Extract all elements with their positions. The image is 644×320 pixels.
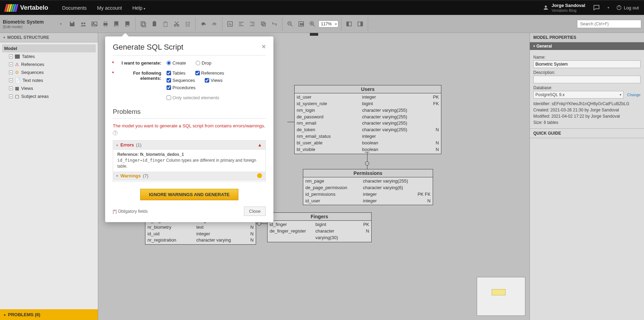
layer-icon[interactable] [259, 19, 268, 29]
svg-rect-45 [361, 22, 362, 26]
doc-mode: (Edit mode) [3, 25, 55, 29]
align-left-icon[interactable] [236, 19, 246, 29]
problems-bar[interactable]: ▸ PROBLEMS (8) [0, 309, 98, 320]
meta-size: Size: 6 tables [533, 119, 641, 126]
label-generate: I want to generate: [121, 60, 161, 66]
chk-sequences[interactable]: Sequences [167, 78, 195, 83]
left-panel: ▾ MODEL STRUCTURE Model +Tables +⚠Refere… [0, 33, 98, 320]
tree-references[interactable]: +⚠References [2, 60, 96, 68]
user-block[interactable]: Jorge Sandoval Vertabelo Blog [543, 3, 585, 12]
svg-rect-16 [153, 22, 156, 26]
copy-icon[interactable] [138, 19, 148, 29]
radio-create[interactable]: Create [167, 60, 186, 66]
meta-identifier: Identifier: sEFnkpYKheoJh1nQH6yGrCatFLuB… [533, 101, 641, 107]
svg-text:1:1: 1:1 [300, 23, 304, 26]
share-icon[interactable] [78, 19, 88, 29]
chk-procedures[interactable]: Procedures [167, 85, 195, 90]
input-desc[interactable] [533, 76, 641, 83]
user-name: Jorge Sandoval [552, 3, 585, 8]
input-name[interactable] [533, 60, 641, 68]
trash-icon[interactable] [161, 19, 170, 29]
brand-text: Vertabelo [20, 4, 48, 11]
edit-square-icon[interactable] [225, 19, 235, 29]
image-icon[interactable] [90, 19, 99, 29]
section-general[interactable]: ▾General [530, 42, 644, 50]
print-icon[interactable] [101, 19, 110, 29]
tree-tables[interactable]: +Tables [2, 52, 96, 60]
sql-icon[interactable]: SQL [112, 19, 121, 29]
warnings-header[interactable]: ▸ Warnings (7) [113, 171, 265, 180]
close-button[interactable]: Close [244, 207, 266, 216]
chk-views[interactable]: Views [205, 78, 222, 83]
logout[interactable]: Log out [616, 5, 639, 10]
right-panel: MODEL PROPERTIES ▾General Name: Descript… [529, 33, 644, 320]
er-table-fingers[interactable]: Fingers id_fingerbigintPKde_finger_regis… [267, 212, 372, 242]
tree-sequences[interactable]: +⚙Sequences [2, 68, 96, 76]
problems-heading: Problems [113, 108, 266, 119]
svg-point-4 [84, 22, 85, 24]
app-header: Vertabelo Documents My account Help ▾ Jo… [0, 0, 644, 15]
meta-created: Created: 2021-03-26 21:30 by Jorge Sando… [533, 107, 641, 113]
chk-tables[interactable]: Tables [167, 70, 186, 76]
redo-icon[interactable] [210, 19, 219, 29]
obligatory-note: [*] Obligatory fields [113, 209, 148, 214]
svg-rect-14 [141, 22, 144, 26]
search-box [577, 20, 641, 28]
tree-root[interactable]: Model [2, 44, 96, 52]
model-structure-header[interactable]: ▾ MODEL STRUCTURE [0, 33, 98, 42]
doc-title: Biometric System [3, 19, 55, 25]
doc-dropdown[interactable]: ▾ [60, 22, 62, 26]
rel-circle [365, 161, 369, 166]
undo-icon[interactable] [198, 19, 208, 29]
svg-text:XML: XML [126, 24, 130, 26]
label-elements: For following elements: [133, 70, 161, 81]
connector-icon[interactable] [270, 19, 279, 29]
logo[interactable]: Vertabelo [5, 4, 48, 12]
quick-guide-header[interactable]: QUICK GUIDE [530, 128, 644, 138]
errors-header[interactable]: ▸ Errors (1) ▲ [113, 141, 265, 150]
zoom-out-icon[interactable] [285, 19, 295, 29]
svg-point-0 [545, 6, 547, 8]
power-icon [616, 5, 622, 10]
panel-right-icon[interactable] [355, 19, 365, 29]
er-table-permissions[interactable]: Permissions nm_pagecharacter varying(255… [303, 169, 433, 205]
delete-icon[interactable] [183, 19, 193, 29]
generate-button[interactable]: IGNORE WARNINGS AND GENERATE [140, 189, 238, 200]
chk-selected[interactable]: Only selected elements [167, 95, 219, 100]
nav-account[interactable]: My account [97, 5, 122, 11]
svg-rect-31 [261, 22, 264, 25]
error-detail: Reference: fk_biometria_dedos_1 id_finge… [113, 150, 265, 171]
zoom-select[interactable]: 117% ▾ [319, 20, 338, 27]
select-db[interactable]: PostgreSQL 9.x▾ [533, 91, 624, 99]
rel-users-permissions [367, 152, 367, 169]
chk-references[interactable]: References [195, 70, 224, 76]
chat-icon[interactable] [592, 4, 601, 11]
minimap[interactable] [477, 277, 525, 316]
label-desc: Description: [533, 70, 641, 75]
paste-icon[interactable] [150, 19, 159, 29]
er-table-users[interactable]: Users id_userintegerPKid_system_rolebigi… [294, 85, 441, 154]
zoom-fit-icon[interactable]: 1:1 [296, 19, 306, 29]
nav-help[interactable]: Help ▾ [132, 5, 145, 11]
problems-list: ▸ Errors (1) ▲ Reference: fk_biometria_d… [113, 140, 266, 182]
radio-drop[interactable]: Drop [196, 60, 211, 66]
tree-textnotes[interactable]: +📄Text notes [2, 76, 96, 84]
dialog-close-x[interactable]: × [262, 43, 266, 52]
nav-documents[interactable]: Documents [62, 5, 87, 11]
save-icon[interactable] [67, 19, 77, 29]
panel-left-icon[interactable] [344, 19, 354, 29]
warning-detail: Sequence: public.apenados_cd_apenados_se… [113, 180, 265, 182]
dialog-title: Generate SQL Script [113, 43, 183, 52]
zoom-in-icon[interactable] [307, 19, 317, 29]
tree-subject[interactable]: +▢Subject areas [2, 92, 96, 100]
xml-icon[interactable]: XML [123, 19, 133, 29]
cut-icon[interactable] [172, 19, 181, 29]
search-input[interactable] [577, 20, 641, 28]
svg-rect-18 [164, 22, 167, 26]
change-db-link[interactable]: Change [627, 93, 641, 97]
svg-line-34 [291, 25, 293, 26]
collapse-handle-top[interactable] [310, 33, 318, 36]
align-right-icon[interactable] [247, 19, 257, 29]
svg-text:SQL: SQL [115, 24, 118, 26]
tree-views[interactable]: +▦Views [2, 84, 96, 92]
